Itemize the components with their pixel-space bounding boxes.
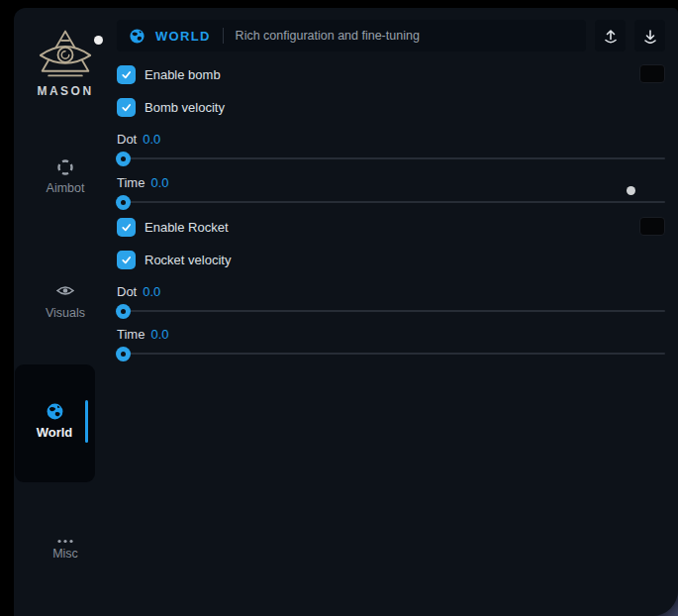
slider-track[interactable] [117,310,665,312]
color-swatch[interactable] [639,64,665,83]
cursor-dot [627,186,635,195]
page-title: WORLD [155,29,211,44]
sidebar-item-label: Aimbot [14,181,117,195]
eye-icon [14,283,117,301]
slider-block: Dot 0.0 [117,132,665,159]
slider-handle[interactable] [116,195,131,210]
slider-value: 0.0 [150,175,168,190]
slider-label: Dot 0.0 [117,132,665,146]
slider-track[interactable] [117,157,665,159]
content-area: WORLD Rich configuration and fine-tuning [117,8,678,616]
slider-block: Time 0.0 [117,175,665,203]
page-subtitle: Rich configuration and fine-tuning [236,29,420,43]
sidebar-item-misc[interactable]: Misc [14,530,117,561]
sidebar-item-world[interactable]: World [14,402,95,440]
checkmark-icon [120,101,133,114]
slider-value: 0.0 [143,132,160,147]
app-window: MASON Aimbot Visuals [0,0,678,616]
download-icon [642,28,658,44]
tab-header-bar: WORLD Rich configuration and fine-tuning [117,20,586,51]
slider-value: 0.0 [143,284,160,299]
checkbox-row: Enable Rocket [117,217,665,237]
sidebar-item-label: World [14,425,95,440]
checkbox-row: Bomb velocity [117,97,665,117]
checkbox-label: Rocket velocity [145,253,231,267]
checkbox-enable-rocket[interactable] [117,218,136,237]
ellipsis-icon [14,530,117,542]
slider-track[interactable] [117,353,665,355]
slider-handle[interactable] [116,304,131,319]
slider-value: 0.0 [150,327,168,342]
slider-block: Dot 0.0 [117,284,665,312]
color-swatch[interactable] [639,217,665,236]
sidebar: MASON Aimbot Visuals [14,8,117,616]
slider-label: Time 0.0 [117,175,665,189]
upload-config-button[interactable] [595,20,626,51]
slider-name: Dot [117,284,137,299]
masonic-eye-pyramid-icon [14,28,117,79]
sidebar-item-label: Misc [14,547,117,561]
checkbox-label: Enable Rocket [145,220,229,235]
slider-name: Time [117,175,145,190]
globe-icon [14,402,95,420]
cursor-dot [94,36,103,45]
slider-name: Dot [117,132,137,147]
main-panel: MASON Aimbot Visuals [14,8,678,616]
checkmark-icon [120,254,133,266]
checkbox-row: Rocket velocity [117,250,665,269]
sidebar-item-aimbot[interactable]: Aimbot [14,158,117,195]
slider-handle[interactable] [116,152,131,166]
checkbox-label: Enable bomb [145,67,221,82]
checkbox-enable-bomb[interactable] [117,65,136,84]
globe-icon [129,28,145,45]
header-divider [223,28,224,44]
checkmark-icon [120,68,133,81]
download-config-button[interactable] [634,20,665,51]
logo-text: MASON [14,84,117,98]
slider-name: Time [117,327,145,342]
slider-label: Dot 0.0 [117,284,665,298]
slider-block: Time 0.0 [117,327,665,355]
slider-track[interactable] [117,201,665,203]
header: WORLD Rich configuration and fine-tuning [117,20,665,51]
checkbox-bomb-velocity[interactable] [117,98,136,117]
slider-handle[interactable] [116,347,131,361]
checkbox-row: Enable bomb [117,64,665,84]
crosshair-icon [14,158,117,176]
slider-label: Time 0.0 [117,327,665,341]
sidebar-item-label: Visuals [14,306,117,320]
upload-icon [603,28,619,44]
checkbox-label: Bomb velocity [145,100,225,115]
sidebar-item-visuals[interactable]: Visuals [14,283,117,320]
checkmark-icon [120,221,133,234]
checkbox-rocket-velocity[interactable] [117,251,136,269]
